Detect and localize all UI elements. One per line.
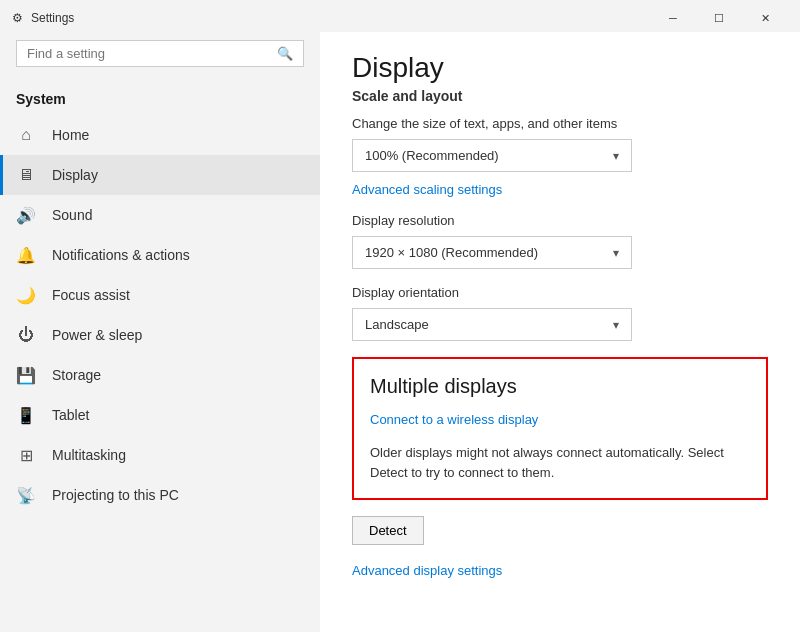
home-icon: ⌂ [16, 125, 36, 145]
orientation-label: Display orientation [352, 285, 768, 300]
resolution-label: Display resolution [352, 213, 768, 228]
scale-dropdown-arrow: ▾ [613, 149, 619, 163]
multiple-displays-section: Multiple displays Connect to a wireless … [352, 357, 768, 561]
resolution-dropdown[interactable]: 1920 × 1080 (Recommended) ▾ [352, 236, 632, 269]
search-icon: 🔍 [277, 46, 293, 61]
detect-button[interactable]: Detect [352, 516, 424, 545]
advanced-display-link[interactable]: Advanced display settings [352, 563, 502, 578]
app-title: Settings [31, 11, 74, 25]
multitasking-icon: ⊞ [16, 445, 36, 465]
sidebar-item-storage[interactable]: 💾 Storage [0, 355, 320, 395]
maximize-button[interactable]: ☐ [696, 2, 742, 34]
page-title: Display [352, 52, 768, 84]
sidebar-label-notifications: Notifications & actions [52, 247, 190, 263]
orientation-value: Landscape [365, 317, 429, 332]
advanced-scaling-link[interactable]: Advanced scaling settings [352, 182, 502, 197]
sidebar-label-focus: Focus assist [52, 287, 130, 303]
orientation-dropdown-arrow: ▾ [613, 318, 619, 332]
resolution-value: 1920 × 1080 (Recommended) [365, 245, 538, 260]
nav-list: ⌂ Home 🖥 Display 🔊 Sound 🔔 Notifications… [0, 115, 320, 515]
main-content: Display Scale and layout Change the size… [320, 32, 800, 632]
scale-label: Change the size of text, apps, and other… [352, 116, 768, 131]
sidebar-label-multitasking: Multitasking [52, 447, 126, 463]
projecting-icon: 📡 [16, 485, 36, 505]
sidebar-item-tablet[interactable]: 📱 Tablet [0, 395, 320, 435]
title-bar-left: ⚙ Settings [12, 11, 74, 25]
sidebar-header: 🔍 [0, 40, 320, 91]
sidebar-item-projecting[interactable]: 📡 Projecting to this PC [0, 475, 320, 515]
title-bar: ⚙ Settings ─ ☐ ✕ [0, 0, 800, 32]
sidebar-label-sound: Sound [52, 207, 92, 223]
multiple-displays-title: Multiple displays [370, 375, 750, 398]
close-button[interactable]: ✕ [742, 2, 788, 34]
sidebar-item-display[interactable]: 🖥 Display [0, 155, 320, 195]
app-body: 🔍 System ⌂ Home 🖥 Display 🔊 Sound 🔔 Noti… [0, 32, 800, 632]
search-box[interactable]: 🔍 [16, 40, 304, 67]
sidebar-label-display: Display [52, 167, 98, 183]
sidebar-item-multitasking[interactable]: ⊞ Multitasking [0, 435, 320, 475]
system-label: System [0, 91, 320, 115]
minimize-button[interactable]: ─ [650, 2, 696, 34]
focus-icon: 🌙 [16, 285, 36, 305]
multiple-displays-description: Older displays might not always connect … [370, 443, 750, 482]
sidebar-label-power: Power & sleep [52, 327, 142, 343]
settings-icon: ⚙ [12, 11, 23, 25]
sidebar-label-storage: Storage [52, 367, 101, 383]
resolution-dropdown-arrow: ▾ [613, 246, 619, 260]
multiple-displays-box: Multiple displays Connect to a wireless … [352, 357, 768, 500]
sidebar-label-tablet: Tablet [52, 407, 89, 423]
display-icon: 🖥 [16, 165, 36, 185]
sidebar-label-home: Home [52, 127, 89, 143]
sidebar-item-focus[interactable]: 🌙 Focus assist [0, 275, 320, 315]
sidebar-item-notifications[interactable]: 🔔 Notifications & actions [0, 235, 320, 275]
scale-value: 100% (Recommended) [365, 148, 499, 163]
sidebar-item-sound[interactable]: 🔊 Sound [0, 195, 320, 235]
sound-icon: 🔊 [16, 205, 36, 225]
tablet-icon: 📱 [16, 405, 36, 425]
scale-dropdown[interactable]: 100% (Recommended) ▾ [352, 139, 632, 172]
sidebar-label-projecting: Projecting to this PC [52, 487, 179, 503]
sidebar-item-home[interactable]: ⌂ Home [0, 115, 320, 155]
orientation-dropdown[interactable]: Landscape ▾ [352, 308, 632, 341]
power-icon: ⏻ [16, 325, 36, 345]
notifications-icon: 🔔 [16, 245, 36, 265]
storage-icon: 💾 [16, 365, 36, 385]
section-subtitle: Scale and layout [352, 88, 768, 104]
title-bar-controls: ─ ☐ ✕ [650, 2, 788, 34]
sidebar: 🔍 System ⌂ Home 🖥 Display 🔊 Sound 🔔 Noti… [0, 32, 320, 632]
connect-wireless-link[interactable]: Connect to a wireless display [370, 412, 538, 427]
search-input[interactable] [27, 46, 277, 61]
sidebar-item-power[interactable]: ⏻ Power & sleep [0, 315, 320, 355]
